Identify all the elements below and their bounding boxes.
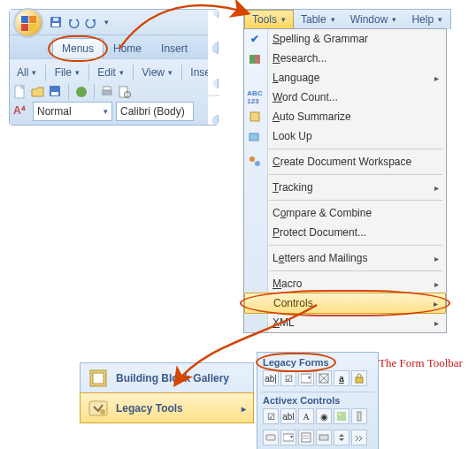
mi-wordcount[interactable]: ABC123 Word Count... [244,88,446,107]
ax-combo-icon[interactable] [280,430,296,445]
annotation-caption: The Form Toolbar [379,356,463,370]
frame-icon[interactable] [316,370,332,386]
shading-icon[interactable]: a [334,370,349,386]
ax-more-icon[interactable] [351,430,367,445]
autosum-icon [248,110,262,124]
mi-compare[interactable]: Compare & Combine [244,203,446,223]
toolbar-area: All File Edit View Inse [10,58,218,125]
mi-research[interactable]: Research... [244,49,446,68]
open-icon[interactable] [31,85,45,99]
redo-icon[interactable] [84,15,98,29]
tab-label: Insert [161,42,188,55]
save-icon[interactable] [49,85,63,99]
menu-view[interactable]: View [138,65,176,80]
ax-label-icon[interactable]: A [298,408,314,424]
mi-protect[interactable]: Protect Document... [244,223,446,242]
mi-letters[interactable]: Letters and Mailings [244,248,446,268]
menu-edit[interactable]: Edit [94,65,127,80]
menu-file[interactable]: File [51,65,83,80]
classic-menubar: Tools Table Window Help [243,9,451,29]
mi-macro[interactable]: Macro [244,274,446,293]
ax-spin-icon[interactable] [334,430,349,445]
mi-controls[interactable]: Controls [244,293,446,314]
mi-label: Macro [273,278,434,290]
mi-label: Protect Document... [273,226,439,239]
spelling-icon: ✔ [248,32,262,46]
tab-insert[interactable]: Insert [151,38,197,58]
mi-label: Letters and Mailings [273,252,434,264]
svg-rect-18 [93,373,104,384]
legacy-forms-icons: ab| ☑ a [261,369,374,390]
menu-tools[interactable]: Tools [244,10,294,29]
ax-scrollbar-icon[interactable] [351,408,367,424]
mi-tracking[interactable]: Tracking [244,178,446,197]
styles-icon[interactable]: A⁴ [13,104,29,118]
legacy-tools-flyout: Legacy Forms ab| ☑ a Activex Controls ☑ … [257,352,379,449]
title-bar: ▾ [10,10,218,35]
tab-label: Home [113,42,142,55]
qat-dropdown-icon[interactable]: ▾ [102,15,111,29]
menu-label: Table [301,13,326,26]
svg-rect-2 [53,18,58,21]
svg-rect-28 [357,412,361,421]
svg-rect-26 [337,412,346,421]
dropdown-icon[interactable] [298,370,314,386]
tab-home[interactable]: Home [104,38,151,58]
building-block-gallery[interactable]: Building Block Gallery [81,363,253,393]
svg-point-15 [250,156,255,162]
svg-rect-7 [102,90,112,95]
legacy-tools-icon [88,398,109,419]
submenu-arrow-icon [242,402,246,415]
ax-textbox-icon[interactable]: abl [280,408,296,424]
ax-listbox-icon[interactable] [298,430,314,445]
mi-label: Language [273,72,434,84]
menu-insert-cut[interactable]: Inse [187,65,214,80]
lock-icon[interactable] [351,370,367,386]
format-toolbar: A⁴ Normal ▾ Calibri (Body) [13,102,214,121]
menu-label: Tools [252,13,277,26]
activex-icons-1: ☑ abl A ◉ [261,407,374,428]
menu-help[interactable]: Help [404,10,450,29]
svg-point-16 [255,161,260,166]
permission-icon[interactable] [74,85,88,99]
menu-toolbar: All File Edit View Inse [13,63,214,82]
print-icon[interactable] [100,85,114,99]
mi-workspace[interactable]: Create Document Workspace [244,152,446,171]
controls-flyout: Building Block Gallery Legacy Tools [80,362,254,423]
ax-button-icon[interactable] [263,430,279,445]
ax-checkbox-icon[interactable]: ☑ [263,408,279,424]
mi-xml[interactable]: XML [244,313,446,332]
svg-rect-25 [356,377,363,383]
mi-spelling[interactable]: ✔ Spelling & Grammar [244,29,446,49]
tab-label: Menus [62,42,94,55]
undo-icon[interactable] [66,15,81,29]
preview-icon[interactable] [118,85,132,99]
menu-window[interactable]: Window [343,10,405,29]
menu-all[interactable]: All [13,65,40,80]
tab-menus[interactable]: Menus [52,38,104,58]
new-doc-icon[interactable] [13,85,27,99]
ax-toggle-icon[interactable] [316,430,332,445]
save-icon[interactable] [49,15,63,29]
mi-label: Spelling & Grammar [273,33,439,45]
mi-lookup[interactable]: Look Up [244,126,446,146]
ax-image-icon[interactable] [334,408,349,424]
menu-table[interactable]: Table [294,10,343,29]
icon-toolbar [13,82,214,102]
office-button[interactable] [13,8,43,38]
svg-rect-1 [52,23,59,27]
mi-label: Tracking [273,181,434,194]
legacy-tools[interactable]: Legacy Tools [80,392,254,423]
mi-label: Research... [273,52,439,65]
lookup-icon [248,129,262,143]
mi-autosummarize[interactable]: Auto Summarize [244,107,446,126]
ax-option-icon[interactable]: ◉ [316,408,332,424]
mi-language[interactable]: Language [244,68,446,88]
checkbox-icon[interactable]: ☑ [280,370,296,386]
style-selector[interactable]: Normal ▾ [33,102,112,121]
row-label: Legacy Tools [116,402,183,415]
textfield-icon[interactable]: ab| [263,370,279,386]
mi-label: Create Document Workspace [273,156,439,168]
font-selector[interactable]: Calibri (Body) [116,102,194,121]
mi-label: XML [273,316,434,329]
